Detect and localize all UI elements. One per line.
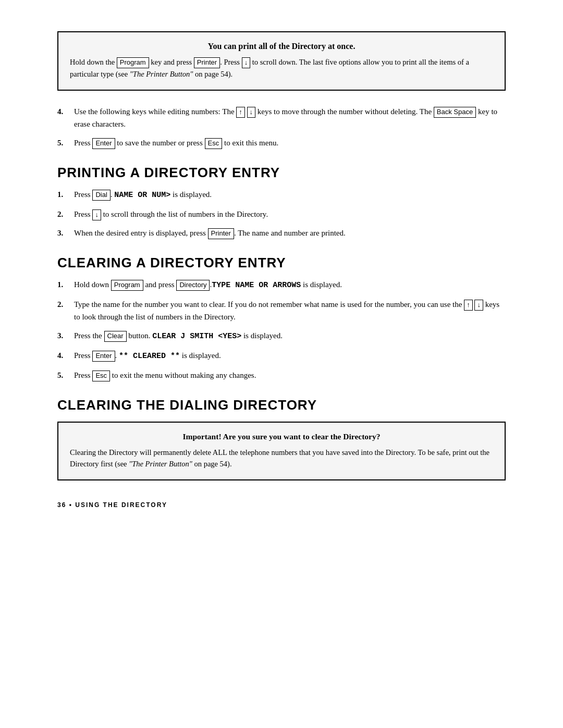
esc-key-step5: Esc [205, 138, 223, 149]
clearing-step-2-content: Type the name for the number you want to… [74, 298, 506, 323]
directory-key: Directory [176, 280, 210, 291]
enter-key-clearing: Enter [92, 351, 115, 362]
printing-step-3-content: When the desired entry is displayed, pre… [74, 227, 506, 239]
step-5-content: Press Enter to save the number or press … [74, 137, 506, 149]
program-key-clearing: Program [111, 280, 143, 291]
clearing-step-5: 5. Press Esc to exit the menu without ma… [57, 369, 506, 381]
down-arrow-printing: ↓ [92, 209, 101, 220]
printing-step-1-content: Press Dial. NAME OR NUM> is displayed. [74, 188, 506, 202]
printer-button-ref-2: "The Printer Button" [129, 460, 192, 468]
clearing-step-5-content: Press Esc to exit the menu without makin… [74, 369, 506, 381]
step-4: 4. Use the following keys while editing … [57, 105, 506, 130]
info-box-title: You can print all of the Directory at on… [70, 42, 493, 51]
warning-box-body: Clearing the Directory will permanently … [70, 447, 493, 470]
scroll-down-arrow: ↓ [242, 57, 251, 68]
clearing-step-2: 2. Type the name for the number you want… [57, 298, 506, 323]
printer-key-step3: Printer [208, 228, 234, 239]
esc-key-clearing: Esc [92, 371, 110, 381]
printer-key: Printer [194, 57, 220, 68]
step-5-num: 5. [57, 137, 74, 149]
clearing-step-4-content: Press Enter. ** CLEARED ** is displayed. [74, 349, 506, 363]
clear-key: Clear [104, 331, 127, 342]
info-box: You can print all of the Directory at on… [57, 31, 506, 91]
printing-step-2: 2. Press ↓ to scroll through the list of… [57, 208, 506, 220]
printing-step-2-num: 2. [57, 208, 74, 220]
down-arrow-clearing: ↓ [474, 300, 483, 311]
printing-step-1: 1. Press Dial. NAME OR NUM> is displayed… [57, 188, 506, 202]
up-arrow-key: ↑ [236, 107, 245, 118]
printing-step-3: 3. When the desired entry is displayed, … [57, 227, 506, 239]
enter-key-step5: Enter [92, 138, 115, 149]
warning-box: Important! Are you sure you want to clea… [57, 422, 506, 480]
clearing-dialing-heading: CLEARING THE DIALING DIRECTORY [57, 397, 506, 413]
clearing-step-3-num: 3. [57, 329, 74, 342]
printing-heading: PRINTING A DIRECTORY ENTRY [57, 165, 506, 181]
printing-step-2-content: Press ↓ to scroll through the list of nu… [74, 208, 506, 220]
clearing-heading: CLEARING A DIRECTORY ENTRY [57, 255, 506, 271]
warning-box-title: Important! Are you sure you want to clea… [70, 432, 493, 441]
dial-key: Dial [92, 190, 110, 201]
step-4-content: Use the following keys while editing num… [74, 105, 506, 130]
cleared-display: ** CLEARED ** [119, 352, 180, 361]
footer: 36 • USING THE DIRECTORY [57, 501, 506, 509]
program-key: Program [117, 57, 149, 68]
clearing-step-2-num: 2. [57, 298, 74, 311]
clearing-step-4: 4. Press Enter. ** CLEARED ** is display… [57, 349, 506, 363]
clearing-step-1-content: Hold down Program and press Directory.TY… [74, 278, 506, 292]
info-box-body: Hold down the Program key and press Prin… [70, 56, 493, 80]
clearing-step-4-num: 4. [57, 349, 74, 362]
clearing-step-3-content: Press the Clear button. CLEAR J SMITH <Y… [74, 329, 506, 343]
clear-smith-display: CLEAR J SMITH <YES> [152, 332, 241, 341]
clearing-step-1: 1. Hold down Program and press Directory… [57, 278, 506, 292]
step-5: 5. Press Enter to save the number or pre… [57, 137, 506, 149]
down-arrow-key: ↓ [247, 107, 256, 118]
backspace-key: Back Space [434, 107, 476, 118]
type-name-display: TYPE NAME OR ARROWS [212, 281, 301, 290]
clearing-step-3: 3. Press the Clear button. CLEAR J SMITH… [57, 329, 506, 343]
clearing-step-1-num: 1. [57, 278, 74, 291]
clearing-step-5-num: 5. [57, 369, 74, 381]
printing-step-3-num: 3. [57, 227, 74, 239]
name-or-num-display: NAME OR NUM> [114, 191, 170, 200]
step-4-num: 4. [57, 105, 74, 118]
printer-button-ref: "The Printer Button" [130, 70, 193, 78]
printing-step-1-num: 1. [57, 188, 74, 201]
up-arrow-clearing: ↑ [464, 300, 473, 311]
